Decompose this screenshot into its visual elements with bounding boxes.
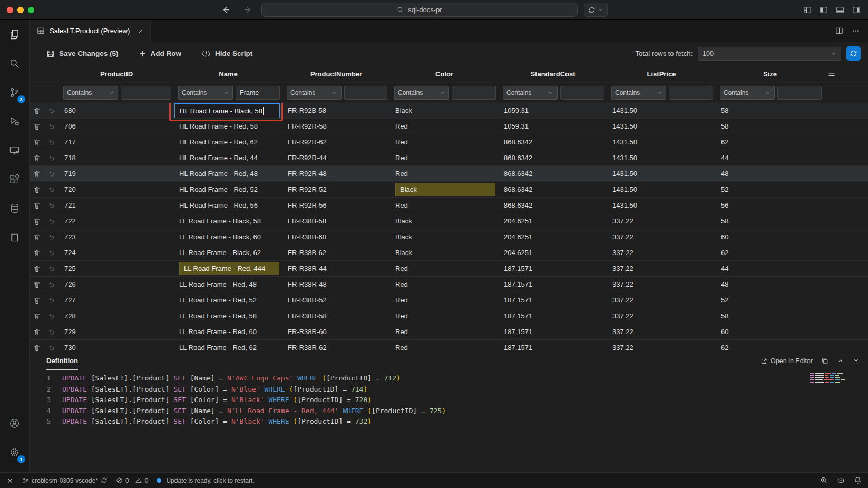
delete-row-button[interactable] (30, 150, 44, 166)
restart-to-update-button[interactable] (584, 3, 608, 17)
table-cell[interactable]: LL Road Frame - Black, 58 (174, 213, 282, 229)
filter-value-input[interactable] (777, 86, 822, 100)
remote-indicator[interactable] (6, 477, 14, 484)
table-cell[interactable]: Red (390, 324, 499, 340)
filter-operator-select[interactable]: Contains (394, 86, 449, 100)
copilot-icon[interactable] (837, 476, 845, 484)
sidebar-item-remote-explorer[interactable] (0, 136, 30, 165)
delete-row-button[interactable] (30, 340, 44, 352)
table-cell[interactable]: 337.22 (607, 213, 716, 229)
accounts-button[interactable] (0, 409, 30, 438)
table-cell[interactable]: 725 (59, 261, 174, 277)
table-cell[interactable]: LL Road Frame - Red, 58 (174, 308, 282, 324)
filter-operator-select[interactable]: Contains (611, 86, 666, 100)
table-cell[interactable]: Black (390, 229, 499, 245)
table-cell-dirty[interactable]: LL Road Frame - Red, 444 (174, 261, 282, 277)
split-editor-icon[interactable] (835, 27, 843, 35)
table-row[interactable]: 722LL Road Frame - Black, 58FR-R38B-58Bl… (30, 213, 868, 229)
filter-value-input[interactable] (121, 86, 171, 100)
delete-row-button[interactable] (30, 229, 44, 245)
table-cell[interactable]: 868.6342 (499, 182, 607, 198)
table-cell[interactable]: 1431.50 (607, 150, 716, 166)
revert-row-button[interactable] (44, 166, 59, 182)
table-cell[interactable]: 58 (716, 119, 824, 134)
table-cell[interactable]: 337.22 (607, 261, 716, 277)
table-cell[interactable]: 729 (59, 324, 174, 340)
revert-row-button[interactable] (44, 277, 59, 292)
table-cell[interactable]: FR-R38R-52 (282, 292, 390, 308)
table-cell[interactable]: 60 (716, 229, 824, 245)
table-cell[interactable]: LL Road Frame - Red, 48 (174, 277, 282, 292)
delete-row-button[interactable] (30, 277, 44, 292)
delete-row-button[interactable] (30, 213, 44, 229)
table-cell[interactable]: 187.1571 (499, 324, 607, 340)
table-cell[interactable]: 48 (716, 166, 824, 182)
table-row[interactable]: 721HL Road Frame - Red, 56FR-R92R-56Red8… (30, 198, 868, 213)
table-cell[interactable]: Red (390, 198, 499, 213)
table-row[interactable]: 680HL Road Frame - Black, 58FR-R92B-58Bl… (30, 103, 868, 119)
revert-row-button[interactable] (44, 292, 59, 308)
table-cell[interactable]: 717 (59, 134, 174, 150)
table-row[interactable]: 726LL Road Frame - Red, 48FR-R38R-48Red1… (30, 277, 868, 292)
table-cell[interactable]: LL Road Frame - Red, 52 (174, 292, 282, 308)
column-header[interactable]: Name (174, 70, 282, 78)
filter-value-input[interactable] (560, 86, 604, 100)
sidebar-item-database[interactable] (0, 194, 30, 223)
table-cell[interactable]: Red (390, 340, 499, 352)
table-cell[interactable]: 868.6342 (499, 150, 607, 166)
table-cell[interactable]: Red (390, 308, 499, 324)
delete-row-button[interactable] (30, 182, 44, 198)
filter-value-input[interactable] (452, 86, 496, 100)
column-header[interactable]: ProductNumber (282, 70, 390, 78)
table-cell[interactable]: 1059.31 (499, 119, 607, 134)
table-cell[interactable]: FR-R38R-62 (282, 340, 390, 352)
table-cell[interactable]: FR-R92R-44 (282, 150, 390, 166)
table-cell[interactable]: HL Road Frame - Red, 52 (174, 182, 282, 198)
table-cell[interactable]: 680 (59, 103, 174, 119)
table-cell[interactable]: 718 (59, 150, 174, 166)
hide-script-button[interactable]: Hide Script (201, 50, 252, 57)
table-row[interactable]: 706HL Road Frame - Red, 58FR-R92R-58Red1… (30, 119, 868, 134)
table-cell[interactable]: 1431.50 (607, 166, 716, 182)
branch-item[interactable]: croblesm-0305-vscode* (22, 477, 108, 484)
table-cell[interactable]: HL Road Frame - Red, 44 (174, 150, 282, 166)
revert-row-button[interactable] (44, 150, 59, 166)
table-row[interactable]: 717HL Road Frame - Red, 62FR-R92R-62Red8… (30, 134, 868, 150)
table-cell[interactable]: Black (390, 103, 499, 119)
revert-row-button[interactable] (44, 340, 59, 352)
table-cell[interactable]: 60 (716, 324, 824, 340)
table-cell[interactable]: Black (390, 213, 499, 229)
table-cell[interactable]: 724 (59, 245, 174, 261)
table-cell[interactable]: 337.22 (607, 292, 716, 308)
update-message[interactable]: Update is ready, click to restart. (157, 477, 254, 484)
open-in-editor-button[interactable]: Open in Editor (760, 357, 813, 365)
revert-row-button[interactable] (44, 245, 59, 261)
table-cell[interactable]: 868.6342 (499, 134, 607, 150)
delete-row-button[interactable] (30, 166, 44, 182)
table-cell[interactable]: 187.1571 (499, 277, 607, 292)
close-window-button[interactable] (7, 7, 13, 13)
table-cell[interactable]: 1431.50 (607, 103, 716, 119)
filter-operator-select[interactable]: Contains (503, 86, 558, 100)
table-cell[interactable]: 1431.50 (607, 119, 716, 134)
column-header[interactable]: StandardCost (499, 70, 607, 78)
table-row[interactable]: 730LL Road Frame - Red, 62FR-R38R-62Red1… (30, 340, 868, 352)
settings-button[interactable]: 1 (0, 438, 30, 467)
revert-row-button[interactable] (44, 308, 59, 324)
table-cell[interactable]: 187.1571 (499, 340, 607, 352)
save-changes-button[interactable]: Save Changes (5) (46, 50, 119, 58)
table-cell[interactable]: 52 (716, 292, 824, 308)
table-cell[interactable]: 62 (716, 134, 824, 150)
table-cell[interactable]: Red (390, 150, 499, 166)
table-cell[interactable]: FR-R38B-60 (282, 229, 390, 245)
table-cell[interactable]: HL Road Frame - Red, 62 (174, 134, 282, 150)
table-row[interactable]: 719HL Road Frame - Red, 48FR-R92R-48Red8… (30, 166, 868, 182)
back-icon[interactable] (219, 3, 233, 17)
table-row[interactable]: 727LL Road Frame - Red, 52FR-R38R-52Red1… (30, 292, 868, 308)
table-cell[interactable]: 52 (716, 182, 824, 198)
table-cell[interactable]: Red (390, 166, 499, 182)
delete-row-button[interactable] (30, 292, 44, 308)
table-cell[interactable]: FR-R92R-56 (282, 198, 390, 213)
table-cell[interactable]: 337.22 (607, 277, 716, 292)
table-cell[interactable]: 58 (716, 213, 824, 229)
